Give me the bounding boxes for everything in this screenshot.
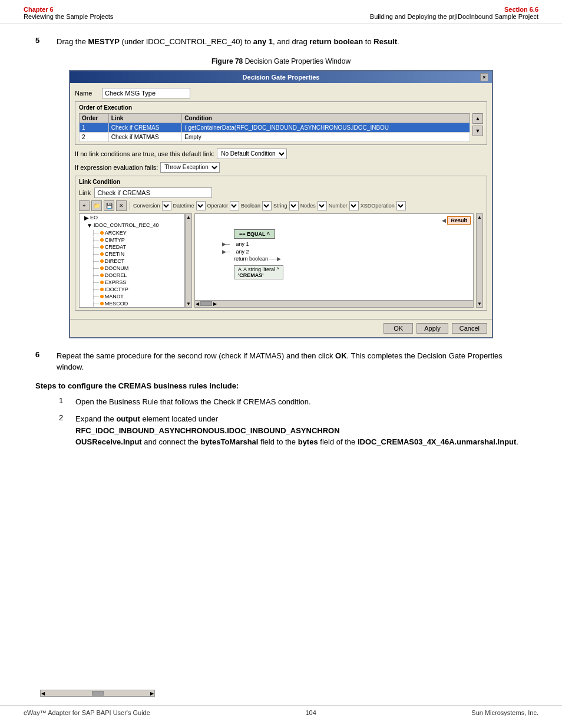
tree-line: ├─	[91, 244, 99, 250]
folder-toolbar-button[interactable]: 📁	[91, 200, 102, 211]
section-title: Building and Deploying the prjIDocInboun…	[370, 13, 538, 20]
tree-item-label: EXPRSS	[105, 279, 127, 285]
chapter-title: Reviewing the Sample Projects	[24, 13, 113, 20]
any1-row: ▶─ any 1	[222, 241, 470, 247]
expr-scroll-down-icon[interactable]: ▼	[477, 301, 482, 307]
equal-box: == EQUAL ^	[234, 229, 275, 239]
tree-dot-icon	[100, 281, 104, 284]
tree-dot-icon	[100, 274, 104, 277]
step-5-block: 5 Drag the MESTYP (under IDOC_CONTROL_RE…	[35, 36, 527, 48]
toolbar-datetime: Datetime	[173, 203, 194, 209]
footer-right: Sun Microsystems, Inc.	[471, 709, 538, 716]
step-5-text: Drag the MESTYP (under IDOC_CONTROL_REC_…	[57, 36, 399, 48]
link-cond-title: Link Condition	[79, 179, 483, 185]
tree-dot-icon	[100, 266, 104, 270]
col-condition: Condition	[182, 113, 470, 123]
name-label: Name	[75, 90, 98, 97]
tree-item-label: DIRECT	[105, 258, 125, 264]
string-literal-label: A string literal ^	[243, 266, 279, 272]
page-content: 5 Drag the MESTYP (under IDOC_CONTROL_RE…	[0, 24, 562, 466]
operator-select[interactable]	[230, 201, 239, 210]
save-toolbar-button[interactable]: 💾	[104, 200, 114, 211]
apply-button[interactable]: Apply	[416, 323, 448, 334]
tree-line: ├─	[91, 265, 99, 271]
order-table-wrapper: Order Link Condition 1 Check if CREMAS (…	[79, 113, 470, 142]
tree-item-label: MESCOD	[105, 301, 128, 307]
step-5-number: 5	[35, 36, 47, 48]
tree-item-label: CIMTYP	[105, 237, 125, 243]
boolean-select[interactable]	[262, 201, 272, 210]
tree-dot-icon	[100, 259, 104, 263]
tree-horiz-scroll[interactable]: ◀ ▶	[40, 690, 155, 697]
dialog-close-button[interactable]: ×	[480, 73, 488, 81]
table-row[interactable]: 1 Check if CREMAS ( getContainerData(RFC…	[80, 123, 470, 132]
tree-line: ├─	[91, 301, 99, 307]
tree-folder-icon: ▼	[87, 222, 92, 229]
expr-horiz-scroll[interactable]: ◀ ▶	[195, 300, 473, 307]
xsdoperation-select[interactable]	[396, 201, 406, 210]
number-select[interactable]	[349, 201, 359, 210]
expr-scroll-up-icon[interactable]: ▲	[477, 215, 482, 220]
scroll-up-arrow[interactable]: ▲	[186, 215, 191, 220]
col-link: Link	[108, 113, 182, 123]
move-up-button[interactable]: ▲	[472, 113, 483, 124]
expr-scroll-thumb	[200, 301, 212, 306]
order-of-execution-section: Order of Execution Order Link Condition	[75, 101, 487, 145]
tree-item-label: IDOC_CONTROL_REC_40	[94, 222, 159, 228]
toolbar-conversion: Conversion	[133, 203, 160, 209]
name-input[interactable]	[102, 88, 190, 98]
tree-item: ├─ CREDAT	[80, 243, 184, 251]
tree-line: ├─	[91, 279, 99, 285]
nodes-select[interactable]	[318, 201, 327, 210]
page-header: Chapter 6 Reviewing the Sample Projects …	[0, 0, 562, 24]
scroll-right-arrow[interactable]: ▶	[150, 691, 154, 696]
decision-gate-dialog: Decision Gate Properties × Name Order of…	[69, 70, 493, 338]
expr-scroll-right-icon[interactable]: ▶	[213, 301, 217, 307]
string-select[interactable]	[289, 201, 299, 210]
tree-item-label: EO	[90, 215, 98, 220]
tree-item: ├─ EXPRSS	[80, 279, 184, 286]
ok-button[interactable]: OK	[384, 323, 413, 334]
datetime-select[interactable]	[196, 201, 206, 210]
tree-dot-icon	[100, 302, 104, 305]
tree-folder-icon: ▶	[84, 215, 89, 221]
tree-line: ├─	[91, 251, 99, 257]
sub-step-1-number: 1	[59, 396, 68, 408]
string-literal-box: A A string literal ^ 'CREMAS'	[234, 265, 283, 279]
toolbar-boolean: Boolean	[241, 203, 260, 209]
default-link-select[interactable]: No Default Condition	[217, 149, 287, 159]
add-toolbar-button[interactable]: +	[79, 200, 90, 211]
order-section-title: Order of Execution	[79, 104, 483, 111]
page-footer: eWay™ Adapter for SAP BAPI User's Guide …	[0, 705, 562, 716]
cancel-button[interactable]: Cancel	[452, 323, 487, 334]
move-down-button[interactable]: ▼	[472, 126, 483, 136]
delete-toolbar-button[interactable]: ✕	[116, 200, 127, 211]
dialog-titlebar: Decision Gate Properties ×	[70, 71, 492, 83]
tree-item: ├─ IDOCTYP	[80, 286, 184, 293]
tree-item: ├─ ARCKEY	[80, 229, 184, 236]
scroll-down-arrow[interactable]: ▼	[186, 301, 191, 307]
scroll-left-arrow[interactable]: ◀	[41, 691, 45, 696]
any2-arrow-icon: ▶─	[222, 249, 230, 255]
expr-scroll-left-icon[interactable]: ◀	[196, 301, 199, 307]
tree-item: ├─ CIMTYP	[80, 236, 184, 243]
tree-item-label: MANDT	[105, 294, 124, 299]
return-arrow-icon: ──▶	[270, 256, 282, 262]
order-table: Order Link Condition 1 Check if CREMAS (…	[79, 113, 470, 142]
header-right: Section 6.6 Building and Deploying the p…	[370, 6, 538, 20]
expr-scrollbar[interactable]: ▲ ▼	[476, 213, 483, 308]
table-row[interactable]: 2 Check if MATMAS Empty	[80, 132, 470, 141]
tree-item: ├─ MESCOD	[80, 300, 184, 307]
tree-item-label: CREDAT	[105, 244, 126, 250]
col-order: Order	[80, 113, 109, 123]
link-label: Link	[79, 189, 91, 196]
eval-fail-select[interactable]: Throw Exception	[160, 162, 220, 173]
tree-scrollbar[interactable]: ▲ ▼	[185, 213, 192, 308]
order-buttons: ▲ ▼	[472, 113, 483, 142]
conversion-select[interactable]	[162, 201, 171, 210]
link-input[interactable]	[94, 187, 212, 198]
dialog-body: Name Order of Execution Order Link Condi…	[70, 83, 492, 319]
tree-dot-icon	[100, 295, 104, 298]
dialog-footer: OK Apply Cancel	[70, 319, 492, 337]
canvas-area: ▶ EO ▼ IDOC_CONTROL_REC_40 ├─ ARCKEY	[79, 213, 483, 308]
